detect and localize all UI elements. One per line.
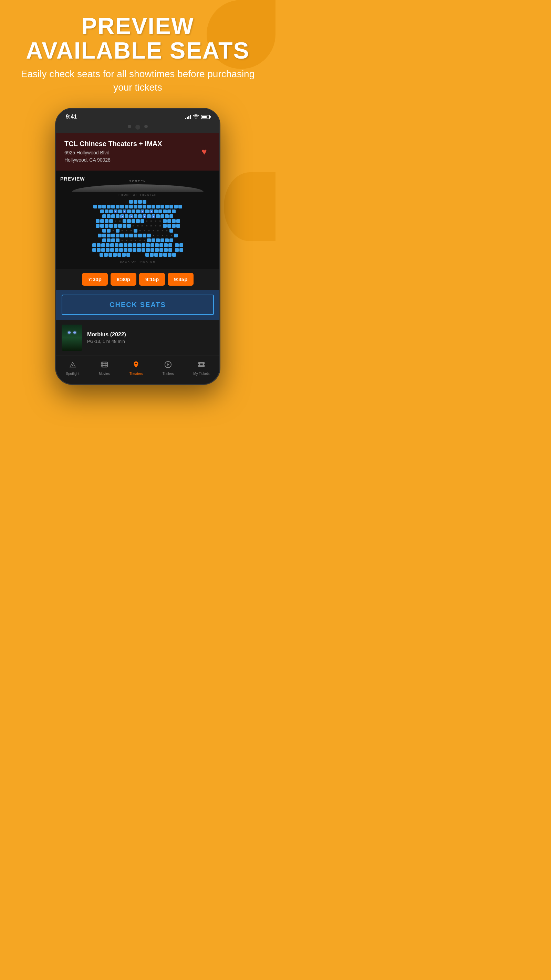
seat[interactable] bbox=[159, 210, 162, 213]
seat[interactable] bbox=[111, 234, 115, 237]
seat[interactable] bbox=[136, 219, 140, 223]
seat[interactable] bbox=[151, 205, 155, 208]
seat[interactable] bbox=[174, 234, 178, 237]
seat[interactable] bbox=[110, 248, 114, 252]
seat[interactable] bbox=[179, 243, 183, 247]
seat[interactable] bbox=[163, 253, 167, 257]
seat[interactable] bbox=[164, 243, 168, 247]
accessible-seat[interactable] bbox=[143, 214, 146, 218]
seat[interactable] bbox=[92, 243, 96, 247]
seat[interactable] bbox=[159, 248, 163, 252]
seat[interactable] bbox=[155, 248, 159, 252]
seat[interactable] bbox=[143, 205, 146, 208]
seat[interactable] bbox=[150, 253, 154, 257]
seat[interactable] bbox=[105, 219, 108, 223]
seat[interactable] bbox=[147, 239, 151, 242]
seat[interactable] bbox=[176, 224, 180, 228]
seat[interactable] bbox=[127, 224, 131, 228]
seat[interactable] bbox=[151, 243, 154, 247]
seat[interactable] bbox=[137, 243, 141, 247]
seat[interactable] bbox=[101, 248, 105, 252]
seat[interactable] bbox=[118, 224, 122, 228]
seat[interactable] bbox=[178, 205, 182, 208]
seat[interactable] bbox=[132, 210, 135, 213]
seat[interactable] bbox=[175, 248, 179, 252]
seat[interactable] bbox=[102, 229, 106, 232]
seat[interactable] bbox=[97, 243, 100, 247]
seat[interactable] bbox=[168, 253, 171, 257]
seat[interactable] bbox=[114, 224, 118, 228]
seat[interactable] bbox=[129, 205, 133, 208]
seat[interactable] bbox=[115, 243, 119, 247]
seat[interactable] bbox=[96, 224, 100, 228]
seat[interactable] bbox=[113, 253, 117, 257]
seat[interactable] bbox=[138, 205, 142, 208]
seat[interactable] bbox=[160, 205, 164, 208]
seat[interactable] bbox=[93, 205, 97, 208]
seat[interactable] bbox=[122, 219, 126, 223]
seat[interactable] bbox=[100, 210, 104, 213]
seat[interactable] bbox=[133, 214, 137, 218]
seat[interactable] bbox=[138, 214, 142, 218]
nav-theaters[interactable]: Theaters bbox=[125, 360, 147, 377]
seat[interactable] bbox=[146, 243, 150, 247]
seat[interactable] bbox=[156, 239, 160, 242]
seat[interactable] bbox=[102, 205, 106, 208]
seat[interactable] bbox=[159, 243, 163, 247]
seat[interactable] bbox=[167, 210, 171, 213]
seat[interactable] bbox=[102, 239, 106, 242]
seat[interactable] bbox=[151, 239, 155, 242]
seat[interactable] bbox=[129, 200, 133, 204]
seat[interactable] bbox=[175, 243, 179, 247]
seat[interactable] bbox=[118, 210, 122, 213]
seat[interactable] bbox=[92, 248, 96, 252]
seat[interactable] bbox=[133, 234, 137, 237]
seat[interactable] bbox=[156, 205, 160, 208]
seat[interactable] bbox=[122, 253, 126, 257]
seat[interactable] bbox=[98, 205, 102, 208]
seat[interactable] bbox=[151, 248, 154, 252]
seat[interactable] bbox=[165, 205, 169, 208]
seat[interactable] bbox=[133, 229, 137, 232]
showtime-btn-4[interactable]: 9:45p bbox=[168, 273, 194, 286]
accessible-seat[interactable] bbox=[149, 210, 153, 213]
seat[interactable] bbox=[160, 239, 164, 242]
seat[interactable] bbox=[100, 224, 104, 228]
seat[interactable] bbox=[146, 248, 150, 252]
seat[interactable] bbox=[170, 214, 173, 218]
seat[interactable] bbox=[133, 205, 137, 208]
accessible-seat[interactable] bbox=[140, 210, 144, 213]
accessible-seat[interactable] bbox=[151, 214, 155, 218]
seat[interactable] bbox=[137, 248, 141, 252]
seat[interactable] bbox=[119, 248, 123, 252]
seat[interactable] bbox=[167, 224, 171, 228]
seat[interactable] bbox=[96, 219, 100, 223]
seat[interactable] bbox=[133, 243, 137, 247]
seat[interactable] bbox=[145, 210, 149, 213]
seat[interactable] bbox=[120, 234, 124, 237]
favorite-button[interactable]: ♥ bbox=[197, 145, 211, 159]
seat[interactable] bbox=[105, 210, 108, 213]
nav-my-tickets[interactable]: My Tickets bbox=[189, 360, 213, 377]
seat[interactable] bbox=[116, 205, 119, 208]
seat[interactable] bbox=[159, 253, 162, 257]
check-seats-button[interactable]: CHECK SEATS bbox=[62, 294, 214, 315]
seat[interactable] bbox=[101, 243, 105, 247]
seat[interactable] bbox=[124, 248, 127, 252]
seat[interactable] bbox=[154, 253, 158, 257]
seat[interactable] bbox=[138, 234, 142, 237]
seat[interactable] bbox=[102, 234, 106, 237]
seat[interactable] bbox=[138, 200, 142, 204]
showtime-btn-2[interactable]: 8:30p bbox=[111, 273, 137, 286]
seat[interactable] bbox=[111, 205, 115, 208]
seat[interactable] bbox=[98, 234, 102, 237]
seat[interactable] bbox=[147, 234, 151, 237]
seat[interactable] bbox=[168, 243, 172, 247]
seat[interactable] bbox=[100, 253, 103, 257]
seat[interactable] bbox=[106, 248, 110, 252]
seat[interactable] bbox=[133, 200, 137, 204]
seat[interactable] bbox=[107, 234, 111, 237]
seat[interactable] bbox=[165, 239, 169, 242]
seat[interactable] bbox=[104, 253, 108, 257]
seat[interactable] bbox=[170, 205, 173, 208]
